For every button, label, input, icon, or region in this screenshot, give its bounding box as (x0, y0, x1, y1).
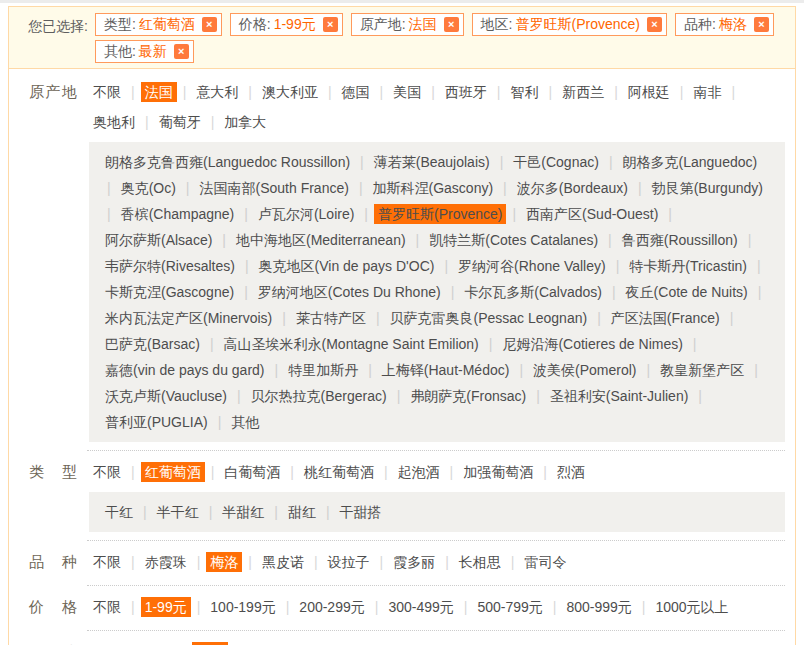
filter-option[interactable]: 意大利 (192, 82, 242, 102)
filter-option[interactable]: 不限 (89, 462, 125, 482)
filter-option[interactable]: 高山圣埃米利永(Montagne Saint Emilion) (220, 334, 483, 354)
filter-option[interactable]: 干甜搭 (336, 502, 386, 522)
filter-option[interactable]: 上梅铎(Haut-Médoc) (378, 360, 514, 380)
filter-option[interactable]: 200-299元 (295, 597, 368, 617)
filter-option[interactable]: 尼姆沿海(Cotieres de Nimes) (498, 334, 686, 354)
filter-option[interactable]: 勃艮第(Burgundy) (648, 178, 767, 198)
remove-tag-icon[interactable]: × (323, 17, 338, 32)
filter-option[interactable]: 莱古特产区 (292, 308, 370, 328)
filter-option[interactable]: 圣祖利安(Saint-Julien) (546, 386, 692, 406)
filter-option[interactable]: 白葡萄酒 (220, 462, 284, 482)
filter-option[interactable]: 朗格多克(Languedoc) (619, 152, 762, 172)
filter-option[interactable]: 葡萄牙 (155, 112, 205, 132)
filter-option[interactable]: 半干红 (153, 502, 203, 522)
filter-option-selected[interactable]: 普罗旺斯(Provence) (374, 204, 506, 224)
filter-option[interactable]: 弗朗萨克(Fronsac) (406, 386, 530, 406)
filter-option[interactable]: 巴萨克(Barsac) (101, 334, 204, 354)
filter-option[interactable]: 贝尔热拉克(Bergerac) (247, 386, 391, 406)
filter-option[interactable]: 甜红 (284, 502, 320, 522)
filter-option-selected[interactable]: 1-99元 (141, 597, 191, 617)
filter-option[interactable]: 霞多丽 (389, 552, 439, 572)
filter-option[interactable]: 波尔多(Bordeaux) (513, 178, 632, 198)
filter-option[interactable]: 米内瓦法定产区(Minervois) (101, 308, 276, 328)
filter-option[interactable]: 普利亚(PUGLIA) (101, 412, 212, 432)
filter-option[interactable]: 加拿大 (220, 112, 270, 132)
selected-tag[interactable]: 类型:红葡萄酒× (95, 13, 222, 36)
filter-option[interactable]: 智利 (506, 82, 542, 102)
filter-option[interactable]: 长相思 (455, 552, 505, 572)
filter-option[interactable]: 波美侯(Pomerol) (529, 360, 640, 380)
filter-option[interactable]: 奥地利 (89, 112, 139, 132)
filter-option[interactable]: 800-999元 (562, 597, 635, 617)
filter-option[interactable]: 奥克(Oc) (117, 178, 180, 198)
filter-option[interactable]: 嘉德(vin de pays du gard) (101, 360, 269, 380)
filter-option[interactable]: 阿根廷 (624, 82, 674, 102)
filter-option[interactable]: 西南产区(Sud-Ouest) (522, 204, 662, 224)
filter-option[interactable]: 干红 (101, 502, 137, 522)
filter-option[interactable]: 不限 (89, 82, 125, 102)
filter-option[interactable]: 其他 (227, 412, 263, 432)
filter-option[interactable]: 香槟(Champagne) (117, 204, 239, 224)
remove-tag-icon[interactable]: × (444, 17, 459, 32)
filter-option[interactable]: 黑皮诺 (258, 552, 308, 572)
filter-option[interactable]: 起泡酒 (394, 462, 444, 482)
filter-option[interactable]: 夜丘(Cote de Nuits) (622, 282, 752, 302)
remove-tag-icon[interactable]: × (202, 17, 217, 32)
filter-option[interactable]: 德国 (338, 82, 374, 102)
filter-option[interactable]: 不限 (89, 552, 125, 572)
filter-option[interactable]: 地中海地区(Mediterranean) (232, 230, 410, 250)
filter-option[interactable]: 法国南部(South France) (196, 178, 353, 198)
separator: | (244, 279, 248, 305)
filter-option[interactable]: 南非 (689, 82, 725, 102)
remove-tag-icon[interactable]: × (754, 17, 769, 32)
filter-option[interactable]: 半甜红 (218, 502, 268, 522)
filter-option[interactable]: 烈酒 (553, 462, 589, 482)
filter-option[interactable]: 澳大利亚 (258, 82, 322, 102)
filter-option[interactable]: 凯特兰斯(Cotes Catalanes) (425, 230, 602, 250)
filter-option[interactable]: 沃克卢斯(Vaucluse) (101, 386, 231, 406)
separator: | (360, 149, 364, 175)
filter-option[interactable]: 赤霞珠 (141, 552, 191, 572)
filter-option[interactable]: 干邑(Cognac) (509, 152, 603, 172)
selected-tag[interactable]: 品种:梅洛× (675, 13, 774, 36)
filter-option[interactable]: 300-499元 (384, 597, 457, 617)
filter-option[interactable]: 罗纳河谷(Rhone Valley) (454, 256, 610, 276)
filter-option[interactable]: 500-799元 (473, 597, 546, 617)
filter-option-selected[interactable]: 法国 (141, 82, 177, 102)
filter-option[interactable]: 韦萨尔特(Rivesaltes) (101, 256, 239, 276)
filter-option[interactable]: 美国 (389, 82, 425, 102)
selected-tag[interactable]: 地区:普罗旺斯(Provence)× (472, 13, 667, 36)
filter-option[interactable]: 朗格多克鲁西雍(Languedoc Roussillon) (101, 152, 354, 172)
filter-option-selected[interactable]: 梅洛 (206, 552, 242, 572)
selected-tag[interactable]: 其他:最新× (95, 40, 194, 63)
filter-option[interactable]: 桃红葡萄酒 (300, 462, 378, 482)
filter-option[interactable]: 100-199元 (206, 597, 279, 617)
filter-option[interactable]: 卢瓦尔河(Loire) (254, 204, 358, 224)
filter-option[interactable]: 加斯科涅(Gascony) (369, 178, 498, 198)
remove-tag-icon[interactable]: × (647, 17, 662, 32)
remove-tag-icon[interactable]: × (174, 44, 189, 59)
filter-option-selected[interactable]: 红葡萄酒 (141, 462, 205, 482)
filter-option[interactable]: 教皇新堡产区 (656, 360, 748, 380)
filter-option[interactable]: 1000元以上 (651, 597, 732, 617)
filter-option[interactable]: 罗纳河地区(Cotes Du Rhone) (254, 282, 445, 302)
filter-option[interactable]: 西班牙 (441, 82, 491, 102)
filter-option[interactable]: 鲁西雍(Roussillon) (618, 230, 742, 250)
filter-option[interactable]: 特卡斯丹(Tricastin) (625, 256, 751, 276)
filter-option[interactable]: 不限 (89, 597, 125, 617)
filter-option[interactable]: 新西兰 (558, 82, 608, 102)
filter-option[interactable]: 雷司令 (520, 552, 570, 572)
filter-option[interactable]: 奥克地区(Vin de pays D'OC) (255, 256, 439, 276)
selected-tag[interactable]: 价格:1-99元× (230, 13, 343, 36)
selected-tag[interactable]: 原产地:法国× (351, 13, 464, 36)
filter-option[interactable]: 卡斯克涅(Gascogne) (101, 282, 238, 302)
filter-option[interactable]: 贝萨克雷奥良(Pessac Leognan) (386, 308, 592, 328)
filter-option[interactable]: 卡尔瓦多斯(Calvados) (460, 282, 606, 302)
filter-option[interactable]: 薄若莱(Beaujolais) (370, 152, 494, 172)
filter-option[interactable]: 阿尔萨斯(Alsace) (101, 230, 216, 250)
filter-option[interactable]: 设拉子 (324, 552, 374, 572)
separator: | (131, 637, 135, 645)
filter-option[interactable]: 特里加斯丹 (284, 360, 362, 380)
filter-option[interactable]: 加强葡萄酒 (459, 462, 537, 482)
filter-option[interactable]: 产区法国(France) (607, 308, 724, 328)
